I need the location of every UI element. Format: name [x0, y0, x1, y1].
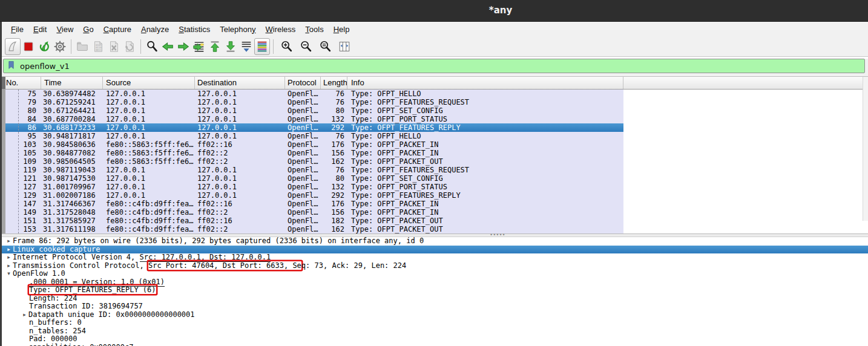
expander-right-icon[interactable]: ▸ — [21, 311, 28, 319]
column-header-no[interactable]: No. — [0, 77, 41, 89]
detail-row-7[interactable]: Length: 224 — [0, 295, 868, 303]
expander-down-icon[interactable]: ▾ — [5, 270, 13, 278]
detail-text: Frame 86: 292 bytes on wire (2336 bits),… — [13, 237, 424, 245]
packet-row-103[interactable]: 10330.984580636fe80::5863:f5ff:fe6…ff02:… — [0, 140, 623, 149]
packet-row-119[interactable]: 11930.987119043127.0.0.1127.0.0.1OpenFl…… — [0, 166, 623, 174]
packet-list-scrollbar[interactable] — [863, 77, 868, 221]
column-header-protocol[interactable]: Protocol — [285, 77, 321, 89]
detail-row-0[interactable]: ▸Frame 86: 292 bytes on wire (2336 bits)… — [0, 237, 868, 246]
bookmark-icon[interactable] — [7, 60, 16, 72]
annotation-underline: Src: 127.0.0.1, Dst: 127.0.0.1 — [140, 253, 271, 262]
close-capture-button[interactable] — [106, 38, 122, 55]
menu-capture[interactable]: Capture — [99, 25, 136, 34]
cell-time: 31.001709967 — [41, 183, 103, 191]
resize-columns-button[interactable] — [335, 38, 354, 55]
packet-row-121[interactable]: 12130.987147530127.0.0.1127.0.0.1OpenFl…… — [0, 174, 623, 183]
capture-options-button[interactable] — [52, 38, 68, 55]
cell-time: 31.317466367 — [41, 200, 103, 208]
zoom-in-button[interactable] — [277, 38, 296, 55]
save-capture-button[interactable]: 010101100011 — [90, 38, 106, 55]
zoom-reset-button[interactable] — [315, 38, 335, 55]
packet-row-105[interactable]: 10530.984877082fe80::5863:f5ff:fe6…ff02:… — [0, 149, 623, 157]
detail-row-9[interactable]: ▸Datapath unique ID: 0x0000000000000001 — [0, 311, 868, 319]
menu-go[interactable]: Go — [78, 25, 98, 34]
stop-capture-button[interactable] — [21, 38, 36, 55]
packet-row-147[interactable]: 14731.317466367fe80::c4fb:d9ff:fea…ff02:… — [0, 200, 623, 208]
cell-no: 86 — [0, 123, 41, 132]
packet-row-86[interactable]: 8630.688173233127.0.0.1127.0.0.1OpenFl…2… — [0, 123, 623, 132]
detail-row-1[interactable]: ▸Linux cooked capture — [0, 246, 868, 254]
packet-row-75[interactable]: 7530.638974482127.0.0.1127.0.0.1OpenFl…7… — [0, 90, 623, 98]
expander-right-icon[interactable]: ▸ — [21, 344, 28, 346]
menu-help[interactable]: Help — [329, 25, 355, 34]
detail-row-3[interactable]: ▸Transmission Control Protocol, Src Port… — [0, 262, 868, 270]
packet-row-109[interactable]: 10930.985064505fe80::5863:f5ff:fe6…ff02:… — [0, 157, 623, 166]
column-header-time[interactable]: Time — [41, 77, 103, 89]
detail-row-4[interactable]: ▾OpenFlow 1.0 — [0, 270, 868, 278]
detail-row-8[interactable]: Transaction ID: 3819694757 — [0, 302, 868, 311]
detail-row-2[interactable]: ▸Internet Protocol Version 4, Src: 127.0… — [0, 253, 868, 262]
cell-info: Type: OFPT_SET_CONFIG — [347, 106, 623, 115]
column-header-info[interactable]: Info — [347, 77, 623, 89]
menu-wireless[interactable]: Wireless — [261, 25, 301, 34]
packet-row-79[interactable]: 7930.671259241127.0.0.1127.0.0.1OpenFl…7… — [0, 98, 623, 106]
column-header-source[interactable]: Source — [103, 77, 195, 89]
next-packet-button[interactable] — [176, 38, 191, 55]
last-packet-button[interactable] — [223, 38, 238, 55]
zoom-out-button[interactable] — [296, 38, 315, 55]
packet-row-153[interactable]: 15331.317611198fe80::c4fb:d9ff:fea…ff02:… — [0, 225, 623, 233]
detail-row-6[interactable]: Type: OFPT_FEATURES_REPLY (6) — [0, 286, 868, 295]
packet-row-84[interactable]: 8430.687700284127.0.0.1127.0.0.1OpenFl…1… — [0, 115, 623, 123]
detail-row-11[interactable]: n_tables: 254 — [0, 327, 868, 336]
column-header-filler — [623, 77, 868, 89]
cell-info: Type: OFPT_PACKET_OUT — [347, 157, 623, 166]
column-header-destination[interactable]: Destination — [195, 77, 285, 89]
cell-info: Type: OFPT_PACKET_IN — [347, 149, 623, 157]
cell-info: Type: OFPT_PORT_STATUS — [347, 183, 623, 191]
detail-row-12[interactable]: Pad: 000000 — [0, 335, 868, 344]
column-header-length[interactable]: Length — [321, 77, 347, 89]
menu-file[interactable]: File — [6, 25, 28, 34]
detail-row-10[interactable]: n_buffers: 0 — [0, 319, 868, 327]
cell-source: 127.0.0.1 — [103, 183, 195, 191]
open-capture-button[interactable] — [74, 38, 90, 55]
menu-tools[interactable]: Tools — [300, 25, 328, 34]
cell-length: 176 — [321, 200, 347, 208]
restart-capture-button[interactable] — [36, 38, 52, 55]
cell-source: fe80::5863:f5ff:fe6… — [103, 157, 195, 166]
expander-right-icon[interactable]: ▸ — [5, 253, 13, 262]
menu-view[interactable]: View — [51, 25, 78, 34]
expander-right-icon[interactable]: ▸ — [5, 246, 13, 254]
goto-packet-button[interactable] — [191, 38, 207, 55]
reload-capture-button[interactable] — [122, 38, 137, 55]
menu-analyze[interactable]: Analyze — [136, 25, 174, 34]
packet-row-80[interactable]: 8030.671264421127.0.0.1127.0.0.1OpenFl…8… — [0, 106, 623, 115]
packet-row-149[interactable]: 14931.317528048fe80::c4fb:d9ff:fea…ff02:… — [0, 208, 623, 217]
expander-right-icon[interactable]: ▸ — [5, 262, 13, 270]
first-packet-button[interactable] — [207, 38, 223, 55]
cell-info: Type: OFPT_PACKET_IN — [347, 140, 623, 149]
cell-no: 129 — [0, 191, 41, 200]
previous-packet-button[interactable] — [160, 38, 176, 55]
cell-info: Type: OFPT_FEATURES_REPLY — [347, 191, 623, 200]
colorize-button[interactable] — [254, 38, 270, 55]
detail-row-13[interactable]: ▸capabilities: 0x000000c7 — [0, 344, 868, 346]
detail-text: n_tables: 254 — [29, 327, 86, 335]
start-capture-button[interactable] — [5, 38, 21, 55]
auto-scroll-button[interactable] — [238, 38, 254, 55]
packet-row-127[interactable]: 12731.001709967127.0.0.1127.0.0.1OpenFl…… — [0, 183, 623, 191]
menu-edit[interactable]: Edit — [28, 25, 51, 34]
display-filter-input[interactable] — [16, 62, 864, 71]
find-packet-button[interactable] — [144, 38, 160, 55]
menu-telephony[interactable]: Telephony — [215, 25, 260, 34]
packet-row-151[interactable]: 15131.317585927fe80::c4fb:d9ff:fea…ff02:… — [0, 217, 623, 225]
window-title: *any — [489, 5, 512, 16]
packet-row-129[interactable]: 12931.002007186127.0.0.1127.0.0.1OpenFl…… — [0, 191, 623, 200]
menu-statistics[interactable]: Statistics — [174, 25, 215, 34]
display-filter-field[interactable] — [3, 59, 865, 73]
packet-row-95[interactable]: 9530.948171817127.0.0.1127.0.0.1OpenFl…7… — [0, 132, 623, 140]
detail-row-5[interactable]: .000 0001 = Version: 1.0 (0x01) — [0, 278, 868, 287]
expander-right-icon[interactable]: ▸ — [5, 237, 13, 246]
stop-icon — [22, 40, 35, 53]
cell-destination: ff02::16 — [195, 217, 285, 225]
